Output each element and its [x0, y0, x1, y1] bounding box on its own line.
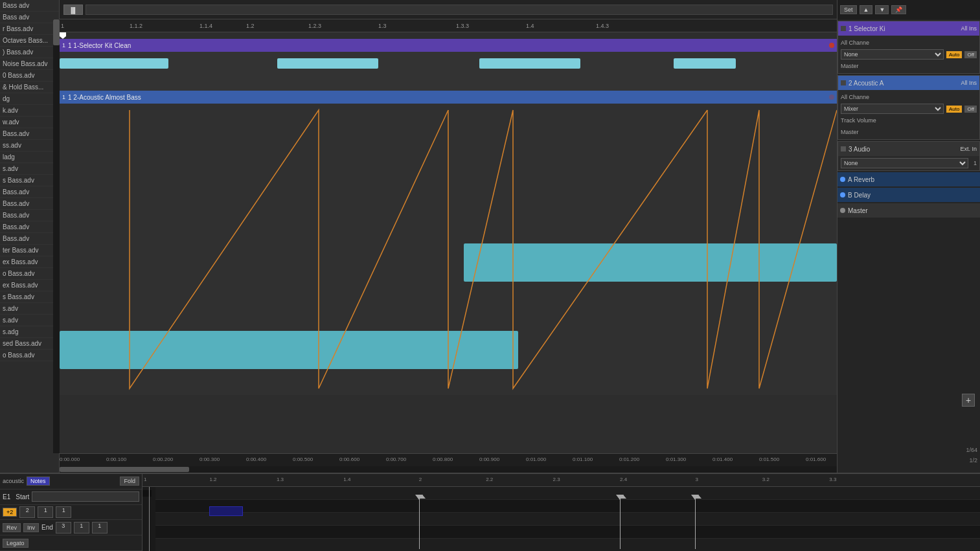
sidebar-track-item-29[interactable]: sed Bass.adv — [0, 338, 59, 350]
sidebar-track-item-18[interactable]: Bass.adv — [0, 210, 59, 221]
down-button[interactable]: ▼ — [875, 5, 889, 14]
track-1-bar-1[interactable] — [60, 58, 168, 69]
track-1-num: 1 — [62, 42, 65, 49]
sidebar-track-item-25[interactable]: s Bass.adv — [0, 291, 59, 303]
track-1-bar-4[interactable] — [674, 58, 736, 69]
pr-row-white-2 — [142, 513, 980, 526]
sidebar-track-item-3[interactable]: Octaves Bass... — [0, 35, 59, 47]
sidebar-track-item-8[interactable]: dg — [0, 93, 59, 105]
playhead-marker[interactable] — [60, 32, 66, 39]
piano-roll-playhead[interactable] — [149, 487, 150, 551]
inv-button[interactable]: Inv — [23, 523, 39, 532]
track-1-record-btn[interactable] — [829, 43, 834, 48]
time-mark-0:00.400: 0:00.400 — [246, 456, 266, 462]
notes-dropdown[interactable]: Notes — [27, 477, 50, 486]
piano-roll-rows — [142, 487, 980, 551]
sidebar-track-item-19[interactable]: Bass.adv — [0, 221, 59, 233]
rev-button[interactable]: Rev — [3, 523, 21, 532]
horizontal-scrollbar[interactable] — [60, 466, 837, 473]
track-2-off-btn[interactable]: Off — [964, 106, 977, 113]
time-mark-0:01.500: 0:01.500 — [759, 456, 779, 462]
track-1-mixer-select[interactable]: None — [841, 49, 944, 60]
fx-master-row[interactable]: Master — [838, 203, 980, 218]
sidebar-track-item-27[interactable]: s.adv — [0, 315, 59, 326]
sidebar-track-item-12[interactable]: ss.adv — [0, 140, 59, 152]
sidebar-track-item-26[interactable]: s.adv — [0, 303, 59, 315]
pr-note-1[interactable] — [209, 506, 243, 516]
sidebar-track-item-6[interactable]: 0 Bass.adv — [0, 70, 59, 82]
fx-delay-card: B Delay — [838, 188, 980, 202]
time-mark-0:00.300: 0:00.300 — [199, 456, 220, 462]
vertical-scrollbar[interactable] — [53, 19, 60, 453]
sidebar-track-item-10[interactable]: w.adv — [0, 117, 59, 128]
track-1-bar-2[interactable] — [277, 58, 378, 69]
track-1-header[interactable]: 1 1 1-Selector Kit Clean — [60, 39, 837, 52]
track-2-mixer-select[interactable]: Mixer — [841, 104, 944, 114]
track-2-auto-btn[interactable]: Auto — [946, 106, 962, 113]
track-2-block-2[interactable] — [464, 243, 837, 282]
sidebar-track-item-13[interactable]: ladg — [0, 152, 59, 163]
track-3-card-body: None 1 — [838, 156, 979, 170]
sidebar-track-item-16[interactable]: Bass.adv — [0, 186, 59, 198]
pr-marker-line-3 — [695, 497, 696, 549]
track-2-block-1[interactable] — [60, 331, 518, 369]
sidebar-track-item-23[interactable]: o Bass.adv — [0, 268, 59, 280]
plus2-button[interactable]: +2 — [3, 508, 17, 517]
sidebar-track-item-5[interactable]: Noise Bass.adv — [0, 58, 59, 70]
track-1-bar-3[interactable] — [479, 58, 580, 69]
pc-row-5: Legato — [0, 535, 142, 551]
track-1-off-btn[interactable]: Off — [964, 51, 977, 58]
sidebar-track-item-15[interactable]: s Bass.adv — [0, 175, 59, 186]
track-1-all-channels: All Channe — [841, 39, 869, 46]
mini-control-bar[interactable]: ▐▌ — [63, 5, 83, 15]
track-1-auto-btn[interactable]: Auto — [946, 51, 962, 58]
vscroll-thumb[interactable] — [53, 19, 60, 45]
track-1-content — [60, 52, 837, 91]
pr-mark-2: 2 — [419, 477, 422, 482]
fold-button[interactable]: Fold — [120, 477, 139, 486]
track-2-card-header[interactable]: 2 Acoustic A All Ins — [838, 76, 979, 90]
hscroll-thumb[interactable] — [60, 467, 189, 472]
sidebar-track-item-0[interactable]: Bass adv — [0, 0, 59, 12]
fx-reverb-row[interactable]: A Reverb — [838, 172, 980, 186]
num2: 1 — [38, 506, 53, 518]
sidebar-track-item-2[interactable]: r Bass.adv — [0, 23, 59, 35]
up-button[interactable]: ▲ — [860, 5, 873, 14]
set-button[interactable]: Set — [840, 5, 857, 14]
legato-button[interactable]: Legato — [3, 539, 28, 548]
transport-bar — [85, 5, 833, 15]
fx-delay-row[interactable]: B Delay — [838, 188, 980, 202]
pin-button[interactable]: 📌 — [891, 5, 906, 14]
track-1-card-header[interactable]: 1 Selector Ki All Ins — [838, 21, 979, 36]
add-track-button[interactable]: + — [962, 394, 975, 407]
sidebar-track-item-22[interactable]: ex Bass.adv — [0, 256, 59, 268]
sidebar-track-item-17[interactable]: Bass.adv — [0, 198, 59, 210]
pr-mark-13: 1.3 — [277, 477, 284, 482]
track-2-header[interactable]: 1 1 2-Acoustic Almost Bass — [60, 91, 837, 104]
end-label: End — [41, 524, 53, 531]
pc-row-2: E1 Start — [0, 489, 142, 505]
track-3-card-header[interactable]: 3 Audio Ext. In — [838, 142, 979, 156]
sidebar-track-item-9[interactable]: k.adv — [0, 105, 59, 117]
sidebar-track-item-14[interactable]: s.adv — [0, 163, 59, 175]
sidebar-track-item-20[interactable]: Bass.adv — [0, 233, 59, 245]
pr-mark-3: 3 — [695, 477, 698, 482]
sidebar-track-item-24[interactable]: ex Bass.adv — [0, 280, 59, 291]
sidebar-track-item-28[interactable]: s.adg — [0, 326, 59, 338]
track-3-card: 3 Audio Ext. In None 1 — [838, 141, 980, 171]
sidebar-track-item-11[interactable]: Bass.adv — [0, 128, 59, 140]
track-3-num: 1 — [974, 160, 977, 166]
num1: 2 — [19, 506, 35, 518]
fx-reverb-label: A Reverb — [848, 176, 874, 183]
sidebar-track-item-7[interactable]: & Hold Bass... — [0, 82, 59, 93]
track-2-all-channels-row: All Channe — [841, 91, 977, 103]
sidebar-track-item-21[interactable]: ter Bass.adv — [0, 245, 59, 256]
fx-delay-label: B Delay — [848, 192, 871, 199]
sidebar-track-item-1[interactable]: Bass adv — [0, 12, 59, 23]
sidebar-track-item-4[interactable]: ) Bass.adv — [0, 47, 59, 58]
track-2-record-btn[interactable] — [829, 95, 834, 100]
track-3-none-select[interactable]: None — [841, 158, 968, 168]
start-value[interactable] — [32, 491, 139, 502]
sidebar-track-item-30[interactable]: o Bass.adv — [0, 350, 59, 361]
main-timeline: ▐▌ 1 1.1.2 1.1.4 1.2 1.2.3 1.3 1.3.3 1.4… — [60, 0, 837, 473]
